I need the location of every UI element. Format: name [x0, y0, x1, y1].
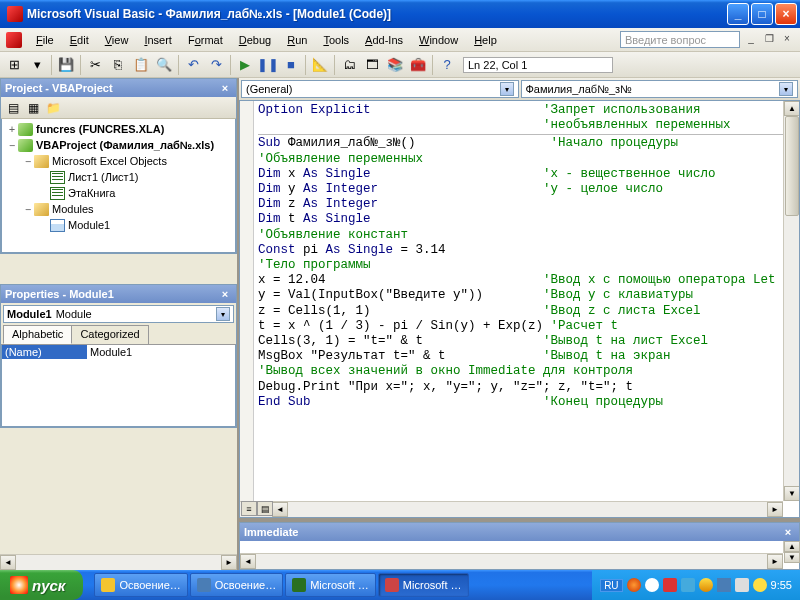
- taskbar-task[interactable]: Освоение…: [94, 573, 187, 597]
- toggle-folders-button[interactable]: 📁: [43, 99, 63, 117]
- menu-format[interactable]: Format: [180, 32, 231, 48]
- code-line[interactable]: MsgBox "Результат t=" & t 'Вывод t на эк…: [258, 349, 799, 364]
- code-line[interactable]: End Sub 'Конец процедуры: [258, 395, 799, 410]
- project-panel-close-button[interactable]: ×: [218, 81, 232, 95]
- tray-icon[interactable]: [645, 578, 659, 592]
- code-line[interactable]: y = Val(InputBox("Введите y")) 'Ввод y с…: [258, 288, 799, 303]
- view-excel-button[interactable]: ⊞: [3, 54, 25, 76]
- tree-node-modules[interactable]: −Modules: [2, 201, 235, 217]
- tree-node-sheet1[interactable]: Лист1 (Лист1): [2, 169, 235, 185]
- menu-run[interactable]: Run: [279, 32, 315, 48]
- break-button[interactable]: ❚❚: [257, 54, 279, 76]
- properties-panel-title[interactable]: Properties - Module1 ×: [1, 285, 236, 303]
- properties-grid[interactable]: (Name) Module1: [1, 345, 236, 427]
- view-code-button[interactable]: ▤: [3, 99, 23, 117]
- code-editor[interactable]: Option Explicit 'Запрет использования 'н…: [239, 100, 800, 518]
- left-scrollbar[interactable]: ◄ ►: [0, 554, 237, 570]
- taskbar-task-active[interactable]: Microsoft …: [378, 573, 469, 597]
- code-line[interactable]: 'Тело программы: [258, 258, 799, 273]
- insert-dropdown-button[interactable]: ▾: [26, 54, 48, 76]
- dropdown-icon[interactable]: ▾: [216, 307, 230, 321]
- taskbar-task[interactable]: Microsoft …: [285, 573, 376, 597]
- save-button[interactable]: 💾: [55, 54, 77, 76]
- tab-categorized[interactable]: Categorized: [71, 325, 148, 344]
- tree-node-module1[interactable]: Module1: [2, 217, 235, 233]
- immediate-vscroll[interactable]: ▲▼: [783, 541, 799, 553]
- menu-edit[interactable]: Edit: [62, 32, 97, 48]
- design-mode-button[interactable]: 📐: [309, 54, 331, 76]
- code-line[interactable]: 'необъявленных переменных: [258, 118, 799, 133]
- menu-window[interactable]: Window: [411, 32, 466, 48]
- paste-button[interactable]: 📋: [130, 54, 152, 76]
- property-value[interactable]: Module1: [87, 345, 235, 359]
- code-line[interactable]: x = 12.04 'Ввод x с помощью оператора Le…: [258, 273, 799, 288]
- tray-icon[interactable]: [735, 578, 749, 592]
- full-module-view-button[interactable]: ▤: [257, 501, 273, 516]
- project-explorer-button[interactable]: 🗂: [338, 54, 360, 76]
- menu-tools[interactable]: Tools: [315, 32, 357, 48]
- tree-node-vbaproject[interactable]: −VBAProject (Фамилия_лаб№.xls): [2, 137, 235, 153]
- menu-debug[interactable]: Debug: [231, 32, 279, 48]
- code-line[interactable]: z = Cells(1, 1) 'Ввод z с листа Excel: [258, 304, 799, 319]
- immediate-title[interactable]: Immediate ×: [240, 523, 799, 541]
- code-line[interactable]: t = x ^ (1 / 3) - pi / Sin(y) + Exp(z) '…: [258, 319, 799, 334]
- tree-node-excel-objects[interactable]: −Microsoft Excel Objects: [2, 153, 235, 169]
- property-row-name[interactable]: (Name) Module1: [2, 345, 235, 359]
- tray-icon[interactable]: [753, 578, 767, 592]
- dropdown-icon[interactable]: ▾: [500, 82, 514, 96]
- code-line[interactable]: Dim x As Single 'x - вещественное число: [258, 167, 799, 182]
- toolbox-button[interactable]: 🧰: [407, 54, 429, 76]
- clock[interactable]: 9:55: [771, 579, 792, 591]
- reset-button[interactable]: ■: [280, 54, 302, 76]
- redo-button[interactable]: ↷: [205, 54, 227, 76]
- tray-icon[interactable]: [717, 578, 731, 592]
- tray-icon[interactable]: [699, 578, 713, 592]
- help-button[interactable]: ?: [436, 54, 458, 76]
- undo-button[interactable]: ↶: [182, 54, 204, 76]
- help-search-input[interactable]: [620, 31, 740, 48]
- immediate-body[interactable]: ▲▼ ◄►: [240, 541, 799, 569]
- menu-help[interactable]: Help: [466, 32, 505, 48]
- code-line[interactable]: Cells(3, 1) = "t=" & t 'Вывод t на лист …: [258, 334, 799, 349]
- mdi-close-button[interactable]: ×: [780, 33, 794, 47]
- dropdown-icon[interactable]: ▾: [779, 82, 793, 96]
- immediate-window[interactable]: Immediate × ▲▼ ◄►: [239, 522, 800, 570]
- tray-icon[interactable]: [681, 578, 695, 592]
- tray-icon[interactable]: [627, 578, 641, 592]
- code-line[interactable]: Option Explicit 'Запрет использования: [258, 103, 799, 118]
- scroll-left-button[interactable]: ◄: [0, 555, 16, 570]
- code-line[interactable]: Dim y As Integer 'y - целое число: [258, 182, 799, 197]
- procedure-view-button[interactable]: ≡: [241, 501, 257, 516]
- object-browser-button[interactable]: 📚: [384, 54, 406, 76]
- code-line[interactable]: Sub Фамилия_лаб№_з№() 'Начало процедуры: [258, 136, 799, 151]
- code-horizontal-scrollbar[interactable]: ≡▤ ◄►: [240, 501, 783, 517]
- menu-insert[interactable]: Insert: [136, 32, 180, 48]
- code-line[interactable]: Dim t As Single: [258, 212, 799, 227]
- properties-panel-close-button[interactable]: ×: [218, 287, 232, 301]
- tray-icon[interactable]: [663, 578, 677, 592]
- cut-button[interactable]: ✂: [84, 54, 106, 76]
- menu-file[interactable]: File: [28, 32, 62, 48]
- code-line[interactable]: 'Объявление констант: [258, 228, 799, 243]
- minimize-button[interactable]: _: [727, 3, 749, 25]
- code-vertical-scrollbar[interactable]: ▲▼: [783, 101, 799, 501]
- code-line[interactable]: 'Объявление переменных: [258, 152, 799, 167]
- tab-alphabetic[interactable]: Alphabetic: [3, 325, 72, 344]
- menu-addins[interactable]: Add-Ins: [357, 32, 411, 48]
- language-indicator[interactable]: RU: [600, 579, 622, 592]
- code-line[interactable]: Debug.Print "При x="; x, "y="; y, "z="; …: [258, 380, 799, 395]
- code-line[interactable]: Dim z As Integer: [258, 197, 799, 212]
- object-combobox[interactable]: (General) ▾: [241, 80, 519, 98]
- properties-object-combo[interactable]: Module1 Module ▾: [3, 305, 234, 323]
- taskbar-task[interactable]: Освоение…: [190, 573, 283, 597]
- project-tree[interactable]: +funcres (FUNCRES.XLA) −VBAProject (Фами…: [1, 119, 236, 253]
- immediate-close-button[interactable]: ×: [781, 525, 795, 539]
- copy-button[interactable]: ⎘: [107, 54, 129, 76]
- mdi-restore-button[interactable]: ❐: [762, 33, 776, 47]
- code-line[interactable]: 'Вывод всех значений в окно Immediate дл…: [258, 364, 799, 379]
- view-object-button[interactable]: ▦: [23, 99, 43, 117]
- tree-node-funcres[interactable]: +funcres (FUNCRES.XLA): [2, 121, 235, 137]
- run-button[interactable]: ▶: [234, 54, 256, 76]
- mdi-minimize-button[interactable]: _: [744, 33, 758, 47]
- start-button[interactable]: пуск: [0, 570, 83, 600]
